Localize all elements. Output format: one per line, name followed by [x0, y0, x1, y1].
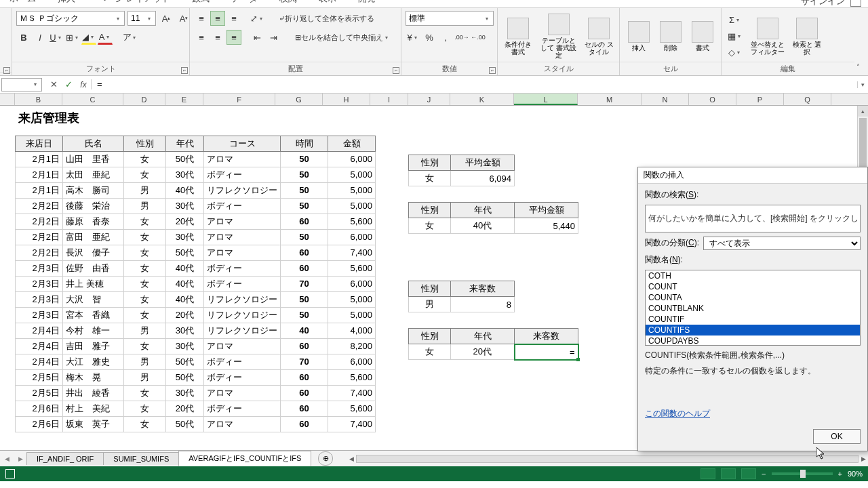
table-cell[interactable]: ボディー: [204, 167, 281, 182]
dialog-launcher-icon[interactable]: ⌐: [489, 67, 496, 74]
table-cell[interactable]: 5,000: [328, 167, 376, 182]
table-cell[interactable]: 7,400: [328, 385, 376, 401]
table-cell[interactable]: 40代: [166, 291, 204, 307]
sheet-nav-prev-icon[interactable]: ◀: [0, 455, 14, 462]
menu-tab[interactable]: ページ レイアウト: [93, 0, 174, 7]
table-cell[interactable]: 高木 勝司: [63, 182, 124, 198]
font-color-button[interactable]: A▾: [98, 30, 113, 45]
table-cell[interactable]: 女: [409, 344, 451, 360]
table-cell[interactable]: 佐野 由香: [63, 260, 124, 276]
col-header[interactable]: E: [165, 94, 203, 105]
table-cell[interactable]: 6,000: [328, 354, 376, 369]
table-cell[interactable]: 後藤 栄治: [63, 198, 124, 214]
menu-tab[interactable]: 表示: [315, 0, 340, 7]
table-cell[interactable]: アロマ: [204, 385, 281, 401]
table-cell[interactable]: 2月2日: [16, 214, 63, 229]
fill-color-button[interactable]: ◢▾: [81, 30, 96, 45]
table-cell[interactable]: 5,600: [328, 214, 376, 229]
table-cell[interactable]: 5,440: [515, 218, 578, 234]
table-cell[interactable]: 女: [124, 151, 166, 167]
table-cell[interactable]: 20代: [166, 307, 204, 323]
table-cell[interactable]: 7,400: [328, 245, 376, 260]
table-cell[interactable]: 30代: [166, 198, 204, 214]
table-cell[interactable]: 50: [281, 307, 328, 323]
decrease-decimal-icon[interactable]: ←.00: [471, 30, 486, 45]
table-cell[interactable]: 2月1日: [16, 151, 63, 167]
table-cell[interactable]: 2月6日: [16, 416, 63, 432]
hscroll-left-icon[interactable]: ◀: [347, 455, 356, 462]
col-header[interactable]: N: [642, 94, 689, 105]
table-cell[interactable]: リフレクソロジー: [204, 182, 281, 198]
table-cell[interactable]: 今村 雄一: [63, 323, 124, 338]
table-cell[interactable]: 2月6日: [16, 401, 63, 416]
clear-button[interactable]: ◇▾: [726, 45, 745, 60]
table-cell[interactable]: 20代: [166, 214, 204, 229]
table-cell[interactable]: 男: [124, 198, 166, 214]
table-cell[interactable]: ボディー: [204, 401, 281, 416]
menu-tab[interactable]: 開発: [354, 0, 380, 7]
increase-font-icon[interactable]: A▴: [159, 11, 174, 26]
col-header[interactable]: I: [370, 94, 408, 105]
sheet-nav-next-icon[interactable]: ▶: [14, 455, 27, 462]
conditional-format-button[interactable]: 条件付き 書式: [502, 15, 534, 58]
underline-button[interactable]: U▾: [49, 30, 64, 45]
table-cell[interactable]: 70: [281, 354, 328, 369]
table-cell[interactable]: 梅木 晃: [63, 369, 124, 385]
sort-filter-button[interactable]: 並べ替えと フィルター: [747, 15, 788, 58]
table-cell[interactable]: 男: [124, 369, 166, 385]
col-header[interactable]: K: [450, 94, 514, 105]
table-cell[interactable]: 5,600: [328, 369, 376, 385]
table-cell[interactable]: 7,400: [328, 416, 376, 432]
decrease-font-icon[interactable]: A▾: [176, 11, 191, 26]
ok-button[interactable]: OK: [813, 429, 861, 444]
table-cell[interactable]: アロマ: [204, 245, 281, 260]
table-cell[interactable]: 女: [409, 171, 451, 186]
table-cell[interactable]: アロマ: [204, 151, 281, 167]
accept-formula-icon[interactable]: ✓: [61, 79, 76, 89]
table-cell[interactable]: 2月4日: [16, 323, 63, 338]
sheet-tab[interactable]: IF_ANDIF_ ORIF: [26, 452, 104, 465]
formula-input[interactable]: =: [91, 79, 857, 89]
table-cell[interactable]: 8,200: [328, 338, 376, 354]
table-cell[interactable]: 50: [281, 291, 328, 307]
table-cell[interactable]: 60: [281, 369, 328, 385]
function-search-input[interactable]: [645, 205, 861, 232]
decrease-indent-icon[interactable]: ⇤: [250, 30, 264, 45]
table-cell[interactable]: 60: [281, 416, 328, 432]
menu-tab[interactable]: ホーム: [5, 0, 40, 7]
table-cell[interactable]: 男: [124, 182, 166, 198]
delete-cells-button[interactable]: 削除: [656, 18, 685, 54]
table-format-button[interactable]: テーブルとして 書式設定: [537, 11, 580, 62]
table-cell[interactable]: 6,000: [328, 276, 376, 291]
table-cell[interactable]: 男: [409, 297, 451, 312]
table-cell[interactable]: 5,000: [328, 291, 376, 307]
zoom-in-icon[interactable]: +: [838, 470, 842, 478]
table-cell[interactable]: 40: [281, 323, 328, 338]
table-cell[interactable]: 2月4日: [16, 338, 63, 354]
menu-tab[interactable]: 校閲: [275, 0, 301, 7]
table-cell[interactable]: 藤原 香奈: [63, 214, 124, 229]
sheet-tab[interactable]: AVERAGIFとIFS_COUNTIFとIFS: [178, 451, 311, 466]
table-cell[interactable]: 2月2日: [16, 245, 63, 260]
table-cell[interactable]: 女: [409, 218, 451, 234]
table-cell[interactable]: 女: [124, 260, 166, 276]
col-header[interactable]: G: [275, 94, 323, 105]
col-header[interactable]: M: [578, 94, 642, 105]
table-cell[interactable]: 30代: [166, 229, 204, 245]
table-cell[interactable]: 60: [281, 245, 328, 260]
merge-center-button[interactable]: ⊞ セルを結合して中央揃え▾: [292, 30, 393, 45]
dialog-launcher-icon[interactable]: ⌐: [3, 67, 10, 74]
hscroll-right-icon[interactable]: ▶: [859, 455, 868, 462]
table-cell[interactable]: 8: [451, 297, 515, 312]
table-cell[interactable]: 男: [124, 323, 166, 338]
dialog-launcher-icon[interactable]: ⌐: [181, 67, 188, 74]
function-list-item[interactable]: COUNTIF: [646, 314, 860, 325]
find-select-button[interactable]: 検索と 選択: [791, 15, 823, 58]
table-cell[interactable]: 60: [281, 260, 328, 276]
table-cell[interactable]: 2月1日: [16, 182, 63, 198]
table-cell[interactable]: 女: [124, 276, 166, 291]
function-list[interactable]: COTHCOUNTCOUNTACOUNTBLANKCOUNTIFCOUNTIFS…: [645, 270, 861, 346]
table-cell[interactable]: 女: [124, 338, 166, 354]
table-cell[interactable]: リフレクソロジー: [204, 307, 281, 323]
align-bottom-icon[interactable]: ≡: [226, 11, 241, 26]
